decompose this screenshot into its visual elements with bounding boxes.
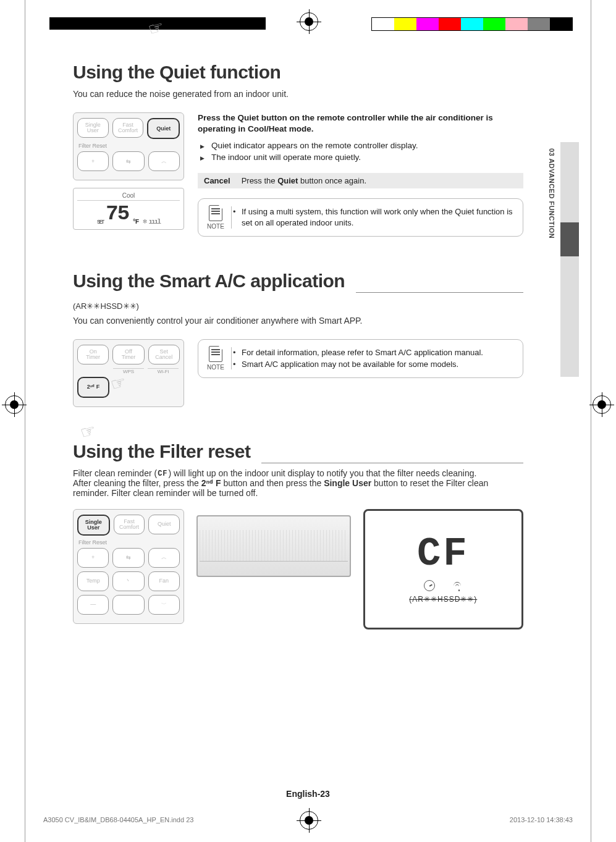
note-smart-item-2: Smart A/C application may not be availab… xyxy=(233,359,514,370)
remote-display: Cool SET 75 °F ❄ ıııl xyxy=(73,188,184,230)
remote-btn-plus: + xyxy=(77,548,109,568)
remote-btn-fan: Fan xyxy=(148,571,180,591)
page-number: English-23 xyxy=(0,789,616,799)
note-box-smart: NOTE For detail information, please refe… xyxy=(198,339,523,378)
remote-btn-quiet: Quiet xyxy=(147,118,180,139)
crop-line-right xyxy=(591,0,591,842)
quiet-lead: Press the Quiet button on the remote con… xyxy=(198,112,523,135)
remote-illustration-smart: OnTimer OffTimer SetCancel WPS Wi-Fi 2ⁿᵈ… xyxy=(73,339,184,407)
remote-btn-set-cancel: SetCancel xyxy=(148,345,180,364)
timer-icon xyxy=(424,580,435,591)
registration-mark-right xyxy=(593,395,611,414)
display-temp-unit: °F xyxy=(132,218,138,225)
quiet-bullet-1: Quiet indicator appears on the remote co… xyxy=(200,141,523,150)
cancel-strip: Cancel Press the Quiet button once again… xyxy=(198,173,523,188)
smart-intro: You can conveniently control your air co… xyxy=(73,316,523,326)
page-content: Using the Quiet function You can reduce … xyxy=(73,62,523,786)
cancel-label: Cancel xyxy=(204,176,230,185)
remote-illustration-quiet: SingleUser FastComfort Quiet Filter Rese… xyxy=(73,112,184,230)
heading-quiet: Using the Quiet function xyxy=(73,62,523,83)
hand-pointer-icon: ☞ xyxy=(78,419,98,443)
cf-inline-icon: CF xyxy=(157,469,168,478)
remote-filter-reset-label: Filter Reset xyxy=(78,539,180,545)
remote-btn-up: ︿ xyxy=(148,548,180,568)
remote-btn-air: ⇆ xyxy=(112,548,144,568)
note-box-quiet: NOTE If using a multi system, this funct… xyxy=(198,198,523,236)
remote-btn-up: ︿ xyxy=(148,151,180,171)
cancel-text: Press the Quiet button once again. xyxy=(242,176,366,185)
remote-btn-fast-comfort: FastComfort xyxy=(114,515,145,534)
display-snow-icon: ❄ xyxy=(143,218,146,225)
note-smart-item-1: For detail information, please refer to … xyxy=(233,347,514,358)
side-tab-label: 03 ADVANCED FUNCTION xyxy=(548,148,555,238)
remote-btn-single-user: SingleUser xyxy=(77,515,110,536)
display-temp-value: 75 xyxy=(106,202,129,225)
quiet-intro: You can reduce the noise generated from … xyxy=(73,89,523,99)
registration-mark-bottom xyxy=(300,811,318,830)
remote-btn-temp: Temp xyxy=(77,571,109,591)
rule-smart xyxy=(356,292,523,293)
remote-btn-single-user: SingleUser xyxy=(77,118,109,138)
display-mode: Cool xyxy=(77,192,180,201)
remote-btn-on-timer: OnTimer xyxy=(77,345,109,364)
indoor-unit-display: CF (AR✳✳HSSD✳✳) xyxy=(363,509,523,629)
heading-filter: Using the Filter reset xyxy=(73,441,250,462)
display-bars-icon: ıııl xyxy=(149,218,160,225)
footer-meta-left: A3050 CV_IB&IM_DB68-04405A_HP_EN.indd 23 xyxy=(43,816,193,823)
remote-btn-down: ﹀ xyxy=(148,595,180,615)
note-quiet-item-1: If using a multi system, this function w… xyxy=(233,206,514,228)
remote-illustration-filter: SingleUser FastComfort Quiet Filter Rese… xyxy=(73,509,184,624)
display-model-strike: (AR✳✳HSSD✳✳) xyxy=(409,595,477,604)
registration-mark-left xyxy=(5,395,23,414)
section-smart: Using the Smart A/C application (AR✳✳HSS… xyxy=(73,271,523,407)
remote-sub-wifi: Wi-Fi xyxy=(148,368,179,374)
color-swatches xyxy=(371,17,573,31)
crop-line-left xyxy=(25,0,25,842)
remote-btn-plus: + xyxy=(77,151,109,171)
indoor-unit-illustration xyxy=(196,515,351,577)
remote-btn-empty xyxy=(112,595,144,615)
note-icon: NOTE xyxy=(206,205,226,231)
section-quiet: Using the Quiet function You can reduce … xyxy=(73,62,523,237)
section-filter: Using the Filter reset Filter clean remi… xyxy=(73,441,523,629)
remote-btn-off-timer: OffTimer xyxy=(112,345,144,364)
remote-btn-air: ⇆ xyxy=(112,151,144,171)
display-set-label: SET xyxy=(97,219,103,225)
display-cf: CF xyxy=(417,534,470,574)
filter-text: Filter clean reminder (CF) will light up… xyxy=(73,468,523,498)
remote-btn-mid: ⼂ xyxy=(112,571,144,591)
footer-meta-right: 2013-12-10 14:38:43 xyxy=(510,816,573,823)
smart-model: (AR✳✳HSSD✳✳) xyxy=(73,301,523,311)
registration-mark-top xyxy=(300,12,318,31)
remote-btn-fast-comfort: FastComfort xyxy=(112,118,144,138)
heading-smart: Using the Smart A/C application xyxy=(73,271,345,292)
remote-btn-minus: — xyxy=(77,595,109,615)
remote-btn-2nd-f: 2ⁿᵈ F xyxy=(77,377,109,398)
wifi-icon xyxy=(452,582,462,589)
quiet-bullet-2: The indoor unit will operate more quietl… xyxy=(200,153,523,162)
note-icon: NOTE xyxy=(206,346,226,372)
side-tab xyxy=(560,142,579,377)
rule-filter xyxy=(261,463,523,463)
remote-btn-quiet: Quiet xyxy=(148,515,180,534)
quiet-bullets: Quiet indicator appears on the remote co… xyxy=(198,141,523,162)
remote-filter-reset-label: Filter Reset xyxy=(78,143,180,149)
